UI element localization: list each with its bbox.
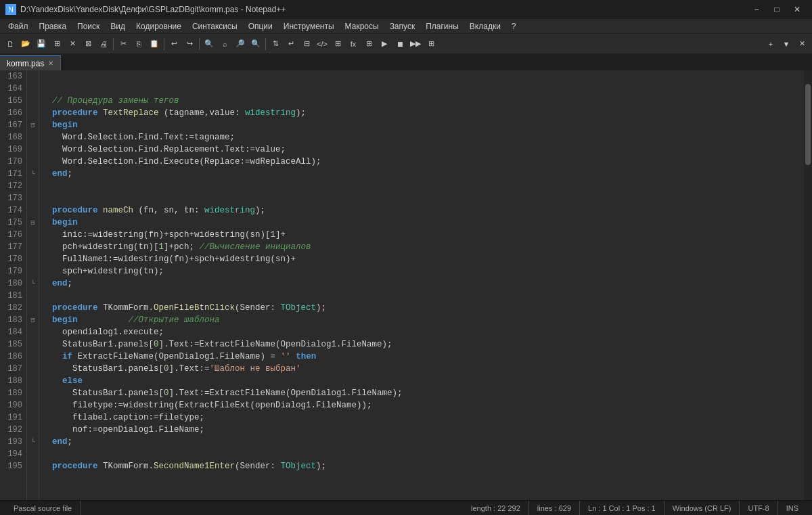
tab-label: komm.pas (7, 59, 44, 68)
close-all-button[interactable]: ⊠ (81, 37, 95, 51)
run-macro-button[interactable]: ▶▶ (408, 37, 423, 51)
app-icon-text: N (8, 6, 13, 14)
play-button[interactable]: ▶ (377, 37, 392, 51)
app-icon: N (5, 4, 16, 15)
close-button-tb[interactable]: ✕ (65, 37, 80, 51)
separator-1 (113, 38, 114, 50)
zoom-in-button[interactable]: 🔎 (233, 37, 248, 51)
code-button[interactable]: </> (315, 37, 330, 51)
fold-178 (27, 253, 39, 265)
fold-167[interactable]: ⊟ (27, 119, 39, 131)
menubar: Файл Правка Поиск Вид Кодировние Синтакс… (0, 19, 812, 34)
indent-button[interactable]: ⊟ (299, 37, 314, 51)
fold-191 (27, 411, 39, 424)
length-label: length : 22 292 (471, 504, 520, 512)
menu-plugins[interactable]: Плагины (420, 20, 464, 32)
titlebar-title: D:\YandexDisk\YandexDisk\Делфи\GSPLazDBg… (20, 5, 286, 14)
cut-button[interactable]: ✂ (116, 37, 131, 51)
menu-tabs[interactable]: Вкладки (464, 20, 506, 32)
fold-182 (27, 302, 39, 314)
scrollbar-thumb[interactable] (805, 84, 811, 165)
tab-close-right-button[interactable]: ✕ (794, 37, 809, 51)
line-num-190: 190 (4, 399, 22, 411)
menu-syntax[interactable]: Синтаксисы (187, 20, 243, 32)
code-line-173 (42, 192, 804, 204)
sync-scroll-button[interactable]: ⇅ (268, 37, 283, 51)
line-num-187: 187 (4, 363, 22, 375)
code-line-166: procedure TextReplace (tagname,value: wi… (42, 107, 804, 119)
tab-list-button[interactable]: ▼ (779, 37, 794, 51)
menu-encoding[interactable]: Кодировние (131, 20, 187, 32)
fold-164 (27, 83, 39, 95)
func-button[interactable]: fx (346, 37, 361, 51)
close-button[interactable]: ✕ (788, 0, 807, 19)
menu-run[interactable]: Запуск (384, 20, 421, 32)
code-line-192: nof:=openDialog1.FileName; (42, 424, 804, 436)
status-position: Ln : 1 Col : 1 Pos : 1 (580, 501, 664, 515)
fold-192 (27, 424, 39, 436)
line-num-165: 165 (4, 95, 22, 107)
menu-file[interactable]: Файл (3, 20, 34, 32)
tab-close-icon[interactable]: ✕ (48, 60, 53, 67)
minimize-button[interactable]: − (747, 0, 766, 19)
fold-183[interactable]: ⊟ (27, 314, 39, 326)
fold-169 (27, 143, 39, 156)
find-next-button[interactable]: ⌕ (217, 37, 232, 51)
line-num-178: 178 (4, 253, 22, 265)
code-line-170: Word.Selection.Find.Execute(Replace:=wdR… (42, 156, 804, 168)
fold-181 (27, 290, 39, 302)
maximize-button[interactable]: □ (767, 0, 786, 19)
line-num-185: 185 (4, 338, 22, 351)
line-num-176: 176 (4, 229, 22, 241)
code-line-175: begin (42, 217, 804, 229)
new-tab-button[interactable]: + (763, 37, 778, 51)
code-line-186: if ExtractFileName(OpenDialog1.FileName)… (42, 351, 804, 363)
line-num-173: 173 (4, 192, 22, 204)
fold-187 (27, 363, 39, 375)
save-all-button[interactable]: ⊞ (49, 37, 64, 51)
fold-180[interactable]: └ (27, 277, 39, 290)
menu-help[interactable]: ? (506, 20, 522, 32)
save-file-button[interactable]: 💾 (34, 37, 49, 51)
fold-171[interactable]: └ (27, 168, 39, 180)
fold-193[interactable]: └ (27, 436, 39, 448)
menu-edit[interactable]: Правка (34, 20, 72, 32)
stop-button[interactable]: ⏹ (392, 37, 407, 51)
map-button[interactable]: ⊞ (330, 37, 345, 51)
open-file-button[interactable]: 📂 (18, 37, 33, 51)
menu-search[interactable]: Поиск (72, 20, 105, 32)
undo-button[interactable]: ↩ (166, 37, 181, 51)
menu-view[interactable]: Вид (105, 20, 131, 32)
wrap-button[interactable]: ↵ (284, 37, 298, 51)
print-button[interactable]: 🖨 (96, 37, 111, 51)
copy-button[interactable]: ⎘ (131, 37, 146, 51)
code-line-174: procedure nameCh (fn, sn, tn: widestring… (42, 204, 804, 217)
titlebar: N D:\YandexDisk\YandexDisk\Делфи\GSPLazD… (0, 0, 812, 19)
new-file-button[interactable]: 🗋 (3, 37, 18, 51)
encoding-label: UTF-8 (748, 504, 769, 512)
fold-175[interactable]: ⊟ (27, 217, 39, 229)
tab-komm-pas[interactable]: komm.pas ✕ (0, 55, 61, 70)
code-line-193: end; (42, 436, 804, 448)
menu-options[interactable]: Опции (243, 20, 278, 32)
redo-button[interactable]: ↪ (182, 37, 197, 51)
line-num-168: 168 (4, 131, 22, 143)
vertical-scrollbar[interactable] (804, 70, 812, 500)
paste-button[interactable]: 📋 (147, 37, 162, 51)
zoom-out-button[interactable]: 🔍 (248, 37, 263, 51)
menu-tools[interactable]: Инструменты (278, 20, 340, 32)
filetype-label: Pascal source file (14, 504, 72, 512)
code-line-191: ftlabel.caption:=filetype; (42, 411, 804, 424)
extra-button[interactable]: ⊞ (424, 37, 438, 51)
line-num-169: 169 (4, 143, 22, 156)
record-button[interactable]: ⊞ (361, 37, 376, 51)
find-button[interactable]: 🔍 (202, 37, 217, 51)
status-length: length : 22 292 (463, 501, 529, 515)
line-num-180: 180 (4, 277, 22, 290)
code-editor[interactable]: // Процедура замены тегов procedure Text… (39, 70, 804, 500)
code-line-178: FullName1:=widestring(fn)+spch+widestrin… (42, 253, 804, 265)
menu-macros[interactable]: Макросы (340, 20, 384, 32)
titlebar-controls: − □ ✕ (747, 0, 807, 19)
code-line-182: procedure TKommForm.OpenFileBtnClick(Sen… (42, 302, 804, 314)
fold-177 (27, 241, 39, 253)
